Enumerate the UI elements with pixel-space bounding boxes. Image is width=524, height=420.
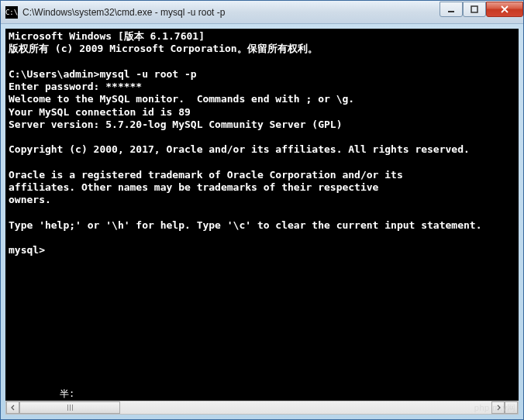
- minimize-icon: [446, 5, 456, 13]
- arrow-right-icon: [495, 405, 502, 411]
- scroll-track[interactable]: [19, 401, 491, 414]
- scroll-thumb[interactable]: [19, 401, 120, 414]
- ime-status-text: 半:: [60, 387, 74, 401]
- ime-status-bar: 半:: [5, 387, 519, 401]
- close-button[interactable]: [486, 2, 523, 17]
- close-icon: [500, 5, 509, 13]
- titlebar[interactable]: C:\ C:\Windows\system32\cmd.exe - mysql …: [1, 1, 523, 24]
- horizontal-scrollbar[interactable]: [5, 401, 519, 415]
- svg-rect-1: [471, 6, 477, 12]
- scroll-right-button[interactable]: [491, 401, 505, 414]
- svg-rect-0: [448, 11, 454, 12]
- grip-icon: [67, 405, 73, 411]
- maximize-icon: [470, 5, 479, 13]
- maximize-button[interactable]: [463, 2, 486, 17]
- scroll-left-button[interactable]: [6, 401, 19, 414]
- window-controls: [440, 2, 523, 19]
- resize-grip[interactable]: [505, 401, 518, 414]
- terminal-output[interactable]: Microsoft Windows [版本 6.1.7601] 版权所有 (c)…: [5, 29, 519, 387]
- minimize-button[interactable]: [440, 2, 463, 17]
- app-icon: C:\: [5, 6, 18, 19]
- cmd-window: C:\ C:\Windows\system32\cmd.exe - mysql …: [0, 0, 524, 420]
- arrow-left-icon: [10, 405, 16, 411]
- window-title: C:\Windows\system32\cmd.exe - mysql -u r…: [22, 7, 440, 18]
